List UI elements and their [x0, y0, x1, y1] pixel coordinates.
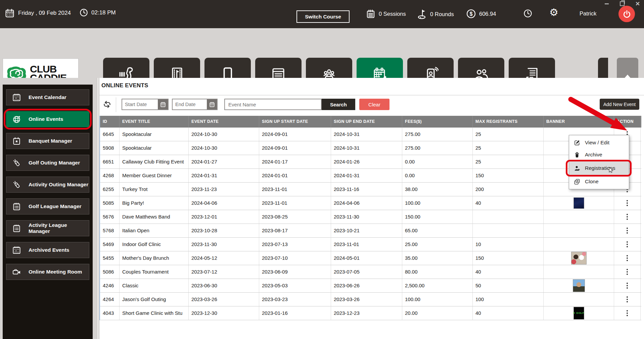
- cell-signup-end: 2024-10-31: [331, 128, 402, 141]
- column-header-max-registrants[interactable]: MAX REGISTRANTS: [473, 116, 544, 128]
- globe-icon: [12, 115, 21, 124]
- minimize-icon[interactable]: [604, 1, 610, 6]
- clock-button[interactable]: [523, 9, 533, 18]
- cell-signup-start: 2024-01-01: [259, 169, 331, 182]
- meeting-icon: [12, 268, 21, 277]
- cell-max-registrants: 40: [473, 196, 544, 210]
- row-actions-kebab-icon[interactable]: [627, 310, 628, 316]
- cell-signup-end: 2023-11-01: [331, 238, 402, 251]
- cell-id: 4246: [100, 279, 120, 292]
- row-actions-kebab-icon[interactable]: [627, 255, 628, 261]
- gear-icon[interactable]: ⚙: [549, 7, 558, 17]
- table-row: 5908Spooktacular2024-10-302024-09-012024…: [100, 141, 641, 155]
- user-name[interactable]: Patrick: [580, 10, 596, 17]
- main-content: ONLINE EVENTS Search Clear Add New Event…: [99, 78, 644, 339]
- cell-max-registrants: [473, 224, 544, 237]
- sidebar-item-online-events[interactable]: Online Events: [6, 111, 89, 127]
- cell-title: Italian Open: [120, 224, 189, 237]
- table-body: 6645Spooktacular2024-10-302024-09-012024…: [100, 128, 641, 320]
- refresh-icon[interactable]: [102, 99, 112, 109]
- cell-title: Spooktacular: [120, 128, 189, 141]
- row-actions-kebab-icon[interactable]: [627, 228, 628, 234]
- cell-max-registrants: 50: [473, 279, 544, 292]
- close-icon[interactable]: ✕: [635, 1, 641, 6]
- column-header-banner[interactable]: BANNER: [544, 116, 614, 128]
- balance-display[interactable]: $ 606.94: [466, 9, 496, 19]
- sidebar-item-activity-outing-manager[interactable]: Activity Outing Manager: [6, 177, 89, 193]
- cell-title: Short Game Clinic with Stu: [120, 306, 189, 320]
- cell-event-date: 2024-01-27: [189, 155, 259, 168]
- context-menu-item-clone[interactable]: Clone: [569, 176, 629, 188]
- cell-fees: 0.00: [402, 155, 473, 168]
- context-menu-item-view-edit[interactable]: View / Edit: [569, 137, 629, 149]
- event-banner-thumbnail: [573, 279, 585, 292]
- events-table: IDEVENT TITLEEVENT DATESIGN UP START DAT…: [99, 116, 641, 320]
- switch-course-button[interactable]: Switch Course: [296, 10, 350, 23]
- sidebar-item-golf-outing-manager[interactable]: Golf Outing Manager: [6, 155, 89, 171]
- add-new-event-button[interactable]: Add New Event: [600, 99, 639, 110]
- cell-max-registrants: 200: [473, 183, 544, 196]
- sidebar-item-archived-events[interactable]: Archived Events: [6, 242, 89, 258]
- table-row: 4264Jason's Golf Outing2023-03-262023-03…: [100, 293, 641, 306]
- cell-fees: 38.00: [402, 183, 473, 196]
- trash-icon: [573, 151, 581, 158]
- cell-id: 4043: [100, 306, 120, 320]
- cell-banner: [544, 196, 614, 210]
- cell-fees: 275.00: [402, 141, 473, 155]
- column-header-sign-up-start-date[interactable]: SIGN UP START DATE: [259, 116, 331, 128]
- archived-icon: [12, 246, 21, 255]
- column-header-id[interactable]: ID: [100, 116, 120, 128]
- column-header-fees[interactable]: FEES($): [402, 116, 473, 128]
- window-controls: ✕: [604, 1, 641, 7]
- start-date-input[interactable]: [122, 99, 158, 109]
- column-header-action[interactable]: ACTION: [614, 116, 641, 128]
- table-row: 5768Italian Open2023-10-282023-08-172023…: [100, 224, 641, 238]
- cell-fees: 80.00: [402, 265, 473, 279]
- row-actions-kebab-icon[interactable]: [627, 283, 628, 289]
- golf-rounds-icon: [416, 9, 427, 19]
- row-actions-kebab-icon[interactable]: [627, 241, 628, 247]
- event-banner-thumbnail: [571, 252, 587, 264]
- sidebar-item-label: Online Meeting Room: [29, 269, 82, 275]
- cell-fees: 65.00: [402, 224, 473, 237]
- cell-title: Spooktacular: [120, 141, 189, 155]
- sidebar-item-banquet-manager[interactable]: Banquet Manager: [6, 133, 89, 149]
- cell-signup-end: 2024-04-06: [331, 196, 402, 210]
- cell-fees: 35.00: [402, 251, 473, 265]
- cell-max-registrants: 10: [473, 238, 544, 251]
- column-header-sign-up-end-date[interactable]: SIGN UP END DATE: [331, 116, 402, 128]
- cell-max-registrants: 150: [473, 251, 544, 265]
- end-date-input[interactable]: [173, 99, 207, 109]
- sidebar-item-activity-league-manager[interactable]: Activity League Manager: [6, 220, 89, 236]
- restore-icon[interactable]: [619, 1, 625, 6]
- event-banner-thumbnail: X GOLF: [573, 307, 584, 320]
- row-actions-kebab-icon[interactable]: [627, 296, 628, 302]
- start-date-calendar-icon[interactable]: [158, 99, 168, 109]
- cell-title: Callaway Club Fitting Event: [120, 155, 189, 168]
- cell-max-registrants: 25: [473, 155, 544, 168]
- cell-action: [614, 224, 641, 237]
- sessions-counter[interactable]: 0 Sessions: [366, 9, 406, 19]
- column-header-event-title[interactable]: EVENT TITLE: [120, 116, 189, 128]
- cell-max-registrants: 25: [473, 128, 544, 141]
- cell-id: 5676: [100, 210, 120, 224]
- sidebar-item-event-calendar[interactable]: Event Calendar: [6, 89, 89, 105]
- end-date-calendar-icon[interactable]: [207, 99, 217, 109]
- cell-max-registrants: 40: [473, 265, 544, 279]
- cell-id: 6255: [100, 183, 120, 196]
- search-button[interactable]: Search: [322, 99, 355, 110]
- clear-button[interactable]: Clear: [359, 99, 389, 110]
- cell-title: Mother's Day Brunch: [120, 251, 189, 265]
- row-actions-kebab-icon[interactable]: [627, 200, 628, 206]
- power-button[interactable]: [618, 6, 635, 22]
- rounds-counter[interactable]: 0 Rounds: [416, 9, 454, 19]
- table-row: 6255Turkey Trot2023-11-232023-11-012023-…: [100, 183, 641, 196]
- row-actions-kebab-icon[interactable]: [627, 214, 628, 220]
- context-menu-item-archive[interactable]: Archive: [569, 149, 629, 161]
- sidebar-item-golf-league-manager[interactable]: Golf League Manager: [6, 198, 89, 214]
- context-menu-item-registrations[interactable]: Registrations: [569, 161, 629, 176]
- column-header-event-date[interactable]: EVENT DATE: [189, 116, 259, 128]
- row-actions-kebab-icon[interactable]: [627, 269, 628, 275]
- sidebar-item-online-meeting-room[interactable]: Online Meeting Room: [6, 264, 89, 280]
- event-name-input[interactable]: [224, 99, 322, 110]
